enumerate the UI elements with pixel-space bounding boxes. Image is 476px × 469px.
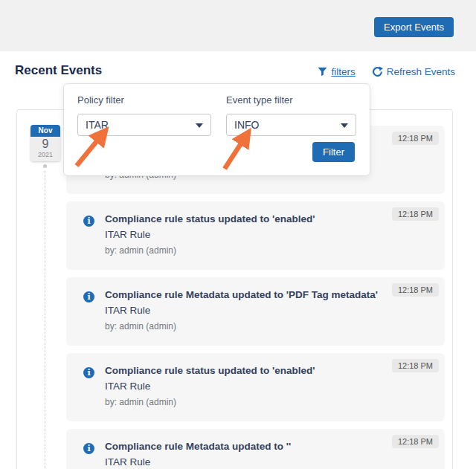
event-card: 12:18 PM i Compliance rule Metadata upda… <box>66 429 445 469</box>
event-title: Compliance rule status updated to 'enabl… <box>105 213 315 224</box>
event-timestamp: 12:18 PM <box>392 132 439 145</box>
event-author: by: admin (admin) <box>105 321 176 331</box>
event-title: Compliance rule status updated to 'enabl… <box>105 365 315 376</box>
info-icon: i <box>83 443 94 454</box>
event-card: 12:18 PM i Compliance rule status update… <box>66 353 445 421</box>
chevron-down-icon <box>341 123 348 128</box>
event-timestamp: 12:18 PM <box>392 207 439 221</box>
export-events-button[interactable]: Export Events <box>374 17 454 37</box>
event-title: Compliance rule Metadata updated to 'PDF… <box>105 289 378 300</box>
date-badge: Nov 9 2021 <box>30 125 60 161</box>
filters-link-label: filters <box>331 66 355 77</box>
event-rule-name: ITAR Rule <box>105 305 150 316</box>
event-title: Compliance rule Metadata updated to '' <box>105 441 291 452</box>
event-rule-name: ITAR Rule <box>105 229 150 240</box>
event-card: 12:18 PM i Compliance rule status update… <box>66 201 445 270</box>
date-badge-year: 2021 <box>30 151 60 158</box>
policy-filter-label: Policy filter <box>77 94 124 106</box>
event-type-filter-value: INFO <box>234 119 259 131</box>
event-rule-name: ITAR Rule <box>105 381 150 392</box>
policy-filter-select[interactable]: ITAR <box>77 114 211 136</box>
event-author: by: admin (admin) <box>105 245 176 256</box>
event-timestamp: 12:18 PM <box>392 435 439 448</box>
refresh-events-link[interactable]: Refresh Events <box>372 66 455 77</box>
event-card: 12:18 PM i Compliance rule Metadata upda… <box>66 277 445 346</box>
chevron-down-icon <box>196 123 203 128</box>
filter-funnel-icon <box>318 67 327 77</box>
toolbar-links: filters Refresh Events <box>318 66 455 77</box>
event-timestamp: 12:18 PM <box>392 283 439 297</box>
info-icon: i <box>83 291 94 303</box>
date-badge-day: 9 <box>30 138 60 151</box>
timeline-dot <box>43 164 47 168</box>
event-author: by: admin (admin) <box>105 397 176 407</box>
event-timestamp: 12:18 PM <box>392 359 439 372</box>
filter-button[interactable]: Filter <box>312 142 355 162</box>
page: Export Events Recent Events filters Refr… <box>0 0 476 469</box>
policy-filter-value: ITAR <box>86 119 109 131</box>
event-rule-name: ITAR Rule <box>105 456 150 468</box>
timeline-line <box>45 171 45 469</box>
top-header: Export Events <box>0 0 476 51</box>
page-title: Recent Events <box>15 63 102 78</box>
date-badge-body: 9 2021 <box>30 137 60 161</box>
events-list: 12:18 PM i by: admin (admin) 12:18 PM i … <box>66 126 445 469</box>
date-badge-month: Nov <box>30 125 60 137</box>
filter-popup: Policy filter ITAR Event type filter INF… <box>63 83 370 176</box>
info-icon: i <box>83 367 94 378</box>
refresh-link-label: Refresh Events <box>387 66 455 77</box>
event-type-filter-select[interactable]: INFO <box>226 114 356 136</box>
refresh-icon <box>372 66 383 77</box>
event-type-filter-label: Event type filter <box>226 94 293 106</box>
filters-link[interactable]: filters <box>318 66 355 77</box>
info-icon: i <box>83 216 94 227</box>
